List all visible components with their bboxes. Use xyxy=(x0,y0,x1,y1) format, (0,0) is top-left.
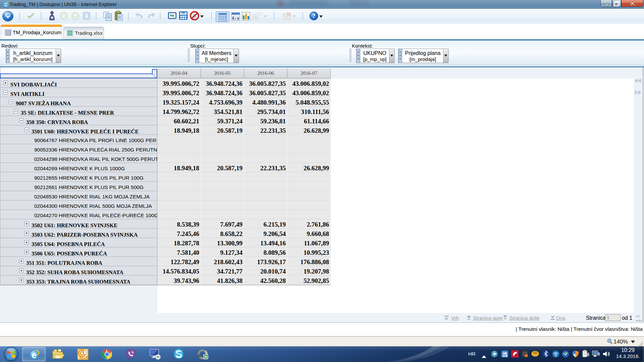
svg-text:N: N xyxy=(205,355,207,359)
svg-text:?: ? xyxy=(312,12,316,19)
svg-text:e: e xyxy=(32,350,37,360)
